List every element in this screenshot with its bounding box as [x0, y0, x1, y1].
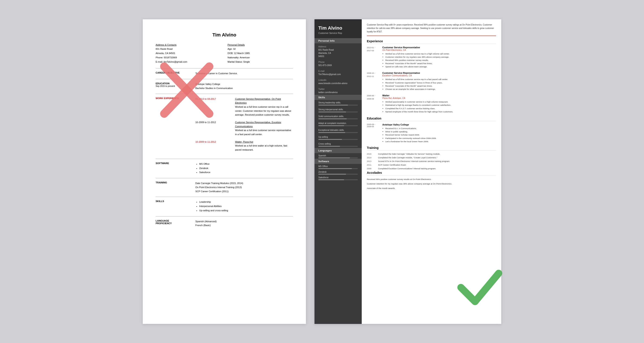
personal-info-header: Personal Info [314, 38, 362, 43]
sw-bar-fill-r-3 [318, 179, 344, 180]
work-entries: 01-2013 to 03-2017 Customer Service Repr… [195, 97, 293, 155]
skill-r-4: Adept at complaint resolution. [314, 121, 362, 127]
skill-r-2: Strong interpersonal skills. [314, 107, 362, 114]
sw-item-3: Salesforce [199, 170, 293, 175]
skills-section: SKILLS Leadership Interpersonal Abilitie… [156, 200, 293, 213]
training-text-r-3: Scored 97% in On Point Electronics' inte… [378, 160, 496, 162]
sw-bar-bg-r-2 [318, 174, 358, 175]
divider4 [156, 159, 293, 159]
skill-bar-bg-r-1 [318, 105, 358, 105]
sidebar-person-title: Customer Service Rep [318, 32, 358, 34]
edu-entry-1: 2005-09 -2009-05 Antelope Valley College… [367, 123, 496, 143]
email-value-r: TimTAlvino@gmail.com [318, 73, 358, 76]
training-text-r-5: Completed Excelsior Communications' inte… [378, 167, 496, 170]
exp-bullet-2-1: Worked as a full time customer service r… [385, 78, 496, 81]
sidebar-top: Tim Alvino Customer Service Rep [314, 19, 362, 38]
exp-company-2: Excelsior Communications, CA [382, 74, 496, 77]
exp-dates-1: 2013-01 -2017-03 [367, 46, 380, 68]
education-content: Antelope Valley College Bachelor Studies… [195, 82, 293, 90]
left-personal-col: Personal Details Age: 32 DOB: 12 March 1… [228, 43, 293, 64]
left-address-col: Address & Contacts 831 Rasle Road Almeda… [156, 43, 221, 64]
twitter-label-r: Twitter [318, 88, 358, 90]
exp-body-1: Customer Service Representative On Point… [382, 46, 496, 68]
sw-name-r-3: Salesforce [318, 176, 358, 179]
training-section: TRAINING Dale Carnegie Training Modules … [156, 181, 293, 193]
right-resume: Tim Alvino Customer Service Rep Personal… [314, 19, 501, 324]
skill-bar-fill-r-4 [318, 125, 344, 126]
training-text-r-2: Completed the Dale Carnegie module, "Cre… [378, 156, 496, 159]
personal-nationality: Nationality: American [228, 56, 250, 59]
divider3 [156, 94, 293, 94]
skill-r-1: Strong leadership skills. [314, 100, 362, 107]
exp-bullet-3-4: Named employee of the month three times … [385, 110, 496, 113]
left-resume: Tim Alvino Address & Contacts 831 Rasle … [143, 19, 306, 324]
sw-bar-bg-r-1 [318, 168, 358, 169]
exp-bullet-2-3: Received "Associate of the Month" award … [385, 84, 496, 87]
lang-r-1: Spanish [314, 153, 362, 159]
work-date-1: 01-2013 to 03-2017 [195, 97, 233, 117]
skill-r-5: Exceptional telesales skills. [314, 127, 362, 134]
training-year-r-2: 2014 [367, 156, 376, 159]
skill-bar-bg-r-3 [318, 118, 358, 119]
language-section: LANGUAGEPROFICIENCY Spanish (Advanced) F… [156, 219, 293, 227]
edu-bullet-1-3: Received Senior Scholar Award 2009. [385, 133, 496, 136]
skills-header-r: Skills [314, 95, 362, 100]
lang-bar-bg-r-1 [318, 157, 358, 158]
twitter-value-r: twitter.com/timalvino [318, 91, 358, 94]
language-content: Spanish (Advanced) French (Basic) [195, 219, 293, 227]
skill-bar-fill-r-1 [318, 105, 348, 105]
accolade-2: Customer retention for my regulars was 3… [367, 182, 496, 185]
training-year-r-4: 2011 [367, 164, 376, 166]
skill-bar-fill-r-2 [318, 112, 346, 112]
right-main: Customer Service Rep with 8+ years exper… [362, 19, 501, 324]
training-r-4: 2011 SCP Career Certification Exam [367, 164, 496, 166]
skill-bar-fill-r-3 [318, 118, 347, 119]
skill-bar-fill-r-6 [318, 139, 342, 140]
email-label-r: E-mail [318, 70, 358, 72]
sw-name-r-1: MS Office [318, 165, 358, 168]
left-contact-row: Address & Contacts 831 Rasle Road Almeda… [156, 43, 293, 64]
sw-bar-fill-r-2 [318, 174, 346, 175]
sw-bar-bg-r-3 [318, 179, 358, 180]
linkedin-value-r: www.linkedin.com/in/tim-alvino [318, 82, 358, 85]
training-r-1: 2015 Completed the Dale Carnegie "Attitu… [367, 153, 496, 155]
training-label: TRAINING [156, 181, 193, 193]
skill-name-r-1: Strong leadership skills. [318, 101, 358, 104]
education-degree: Bachelor Studies in Communication [195, 87, 233, 89]
exp-bullet-2-2: Received "Customer Appreciation" bonus i… [385, 81, 496, 84]
exp-bullet-1-5: Speed on calls was 10% above team averag… [385, 65, 496, 68]
exp-bullet-1-3: Received 99% positive customer survey re… [385, 58, 496, 62]
work-date-2: 10-2009 to 11-2012 [195, 120, 233, 136]
skills-label: SKILLS [156, 200, 193, 213]
training-year-r-1: 2015 [367, 153, 376, 155]
sidebar-linkedin: LinkedIn www.linkedin.com/in/tim-alvino [314, 77, 362, 86]
right-sidebar: Tim Alvino Customer Service Rep Personal… [314, 19, 362, 324]
exp-entry-1: 2013-01 -2017-03 Customer Service Repres… [367, 46, 496, 68]
skill-r-7: Cross-selling [314, 141, 362, 148]
training-text-r-4: SCP Career Certification Exam [378, 164, 496, 166]
exp-body-3: Waiter Pizza Hut, Antelope, CA Worked pa… [382, 94, 496, 113]
sidebar-name: Tim Alvino [318, 25, 358, 31]
skill-r-3: Solid communication skills. [314, 114, 362, 121]
experience-title: Experience [367, 39, 496, 44]
exp-bullet-2-4: Chosen as an example for other associate… [385, 87, 496, 91]
exp-bullet-3-2: Maintained a high tip average thanks to … [385, 103, 496, 107]
edu-school-1: Antelope Valley College [382, 123, 496, 126]
personal-age: Age: 32 [228, 48, 236, 50]
divider5 [156, 178, 293, 178]
skill-bar-bg-r-6 [318, 139, 358, 140]
education-school: Antelope Valley College [195, 83, 220, 85]
divider1 [156, 68, 293, 68]
address-phone: Phone: 5018732669 [156, 56, 177, 59]
career-text: To pursue a career in Customer Service. [195, 71, 293, 75]
skills-list: Leadership Interpersonal Abilities Up-se… [195, 200, 293, 213]
training-year-r-5: 2009 [367, 167, 376, 170]
edu-bullet-1-5: Led a fundraiser for the local Green Tea… [385, 140, 496, 143]
linkedin-label-r: LinkedIn [318, 79, 358, 81]
software-header-r: Software [314, 159, 362, 164]
address-email: E-mail: timTalvino@gmail.com [156, 60, 187, 63]
edu-bullet-1-2: Minor in public speaking. [385, 130, 496, 133]
exp-title-1: Customer Service Representative [382, 46, 496, 49]
skill-name-r-7: Cross-selling [318, 143, 358, 145]
training-year-r-3: 2013 [367, 160, 376, 162]
